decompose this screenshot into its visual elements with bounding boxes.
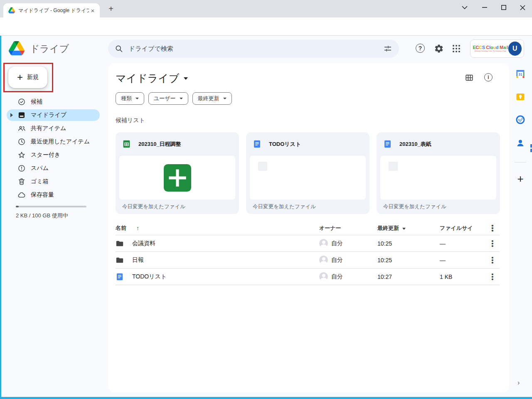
gutter-divider: [515, 162, 526, 163]
sidebar-item-storage[interactable]: 保存容量: [0, 188, 103, 202]
sidebar-item-my-drive[interactable]: マイドライブ: [7, 109, 100, 121]
sidebar-item-label: ゴミ箱: [31, 178, 49, 185]
search-input[interactable]: ドライブで検索: [108, 39, 399, 58]
column-header-owner[interactable]: オーナー: [319, 224, 341, 232]
svg-text:31: 31: [518, 72, 522, 76]
column-header-size[interactable]: ファイルサイ: [440, 225, 473, 231]
thumbnail-content-ghost: [258, 162, 267, 171]
info-icon[interactable]: i: [484, 73, 493, 82]
browser-toolbar: drive.google.com/drive/my-drive U •••: [0, 17, 532, 35]
page-title[interactable]: マイドライブ: [116, 71, 188, 85]
storage-usage-text: 2 KB / 100 GB 使用中: [16, 212, 68, 219]
calendar-icon[interactable]: 31: [515, 69, 525, 79]
expand-arrow-icon[interactable]: [10, 113, 13, 117]
row-more-icon[interactable]: •••: [491, 256, 493, 264]
drive-logo-icon[interactable]: [9, 41, 25, 55]
settings-gear-icon[interactable]: [434, 44, 444, 54]
chip-label: 種類: [121, 95, 132, 102]
owner-name: 自分: [331, 256, 343, 264]
sidebar-item-label: 共有アイテム: [31, 125, 66, 132]
main-panel: マイドライブ i 種類 ユーザー 最終更新: [108, 63, 509, 392]
alert-circle-icon: [17, 164, 26, 172]
column-header-modified[interactable]: 最終更新: [377, 225, 399, 231]
storage-progress-bar: [16, 206, 86, 207]
window-minimize-button[interactable]: [475, 0, 494, 15]
card-title: 202310_表紙: [399, 140, 431, 148]
capture-border-bottom: [0, 397, 532, 399]
thumbnail-content-ghost: [389, 162, 398, 171]
apps-grid-icon[interactable]: [451, 44, 461, 54]
drive-profile-avatar[interactable]: U: [508, 42, 522, 56]
browser-tab-bar: マイドライブ - Google ドライブ × +: [0, 0, 532, 17]
eccs-logo-subtext: Information Technology Center, The Unive…: [474, 51, 506, 52]
my-drive-icon: [17, 111, 26, 119]
filter-chip-people[interactable]: ユーザー: [148, 92, 188, 105]
annotation-red-box: [3, 63, 53, 92]
account-badge[interactable]: ECCS Cloud Mail Information Technology C…: [470, 39, 524, 58]
card-thumbnail: [119, 156, 235, 200]
sort-descending-icon: [402, 228, 406, 230]
keep-icon[interactable]: [515, 92, 525, 102]
sheets-file-icon: [122, 140, 131, 148]
tab-title: マイドライブ - Google ドライブ: [18, 7, 89, 14]
drive-favicon-icon: [8, 7, 15, 14]
sidebar-item-spam[interactable]: スパム: [0, 162, 103, 175]
file-name: 会議資料: [132, 240, 155, 247]
card-footer: 今日変更を加えたファイル: [253, 203, 316, 210]
suggestion-cards: 202310_日程調整 今日変更を加えたファイル: [116, 132, 500, 214]
file-size: —: [440, 240, 446, 247]
chevron-down-icon: [180, 98, 183, 99]
owner-avatar-icon: [319, 256, 328, 264]
owner-name: 自分: [331, 273, 343, 281]
sidebar-item-trash[interactable]: ゴミ箱: [0, 175, 103, 188]
suggestion-card[interactable]: 202310_日程調整 今日変更を加えたファイル: [116, 132, 239, 214]
file-row[interactable]: 日報 自分 10:25 — •••: [116, 252, 500, 268]
sidebar-item-suggested[interactable]: 候補: [0, 95, 103, 108]
file-row[interactable]: 会議資料 自分 10:25 — •••: [116, 235, 500, 252]
sidebar-item-label: スパム: [31, 165, 49, 172]
storage-progress-fill: [16, 206, 19, 207]
show-side-panel-icon[interactable]: ›: [517, 380, 523, 386]
column-header-name[interactable]: 名前: [116, 224, 126, 232]
chevron-down-icon: [135, 98, 139, 99]
screen: マイドライブ - Google ドライブ × + drive.google.co…: [0, 0, 532, 399]
docs-file-icon: [116, 273, 124, 281]
tasks-icon[interactable]: [515, 115, 525, 125]
sidebar-item-recent[interactable]: 最近使用したアイテム: [0, 135, 103, 148]
filter-chip-type[interactable]: 種類: [116, 92, 144, 105]
list-header-more-icon[interactable]: •••: [491, 224, 493, 232]
card-footer: 今日変更を加えたファイル: [122, 203, 185, 210]
sidebar-item-starred[interactable]: スター付き: [0, 148, 103, 162]
suggestions-label: 候補リスト: [116, 117, 145, 124]
star-icon: [17, 151, 26, 159]
grid-view-icon[interactable]: [465, 73, 474, 82]
sidebar-item-shared[interactable]: 共有アイテム: [0, 122, 103, 135]
window-maximize-button[interactable]: [494, 0, 513, 15]
contacts-icon[interactable]: [515, 138, 525, 148]
window-chevron-icon[interactable]: [455, 0, 474, 15]
tab-close-icon[interactable]: ×: [89, 7, 96, 14]
search-icon: [115, 44, 123, 53]
row-more-icon[interactable]: •••: [491, 273, 493, 281]
file-row[interactable]: TODOリスト 自分 10:27 1 KB •••: [116, 268, 500, 285]
suggestion-card[interactable]: TODOリスト 今日変更を加えたファイル: [246, 132, 369, 214]
owner-avatar-icon: [319, 239, 328, 248]
add-panel-app-icon[interactable]: +: [515, 174, 525, 184]
browser-tab[interactable]: マイドライブ - Google ドライブ ×: [3, 3, 100, 17]
owner-name: 自分: [331, 240, 343, 247]
window-close-button[interactable]: [513, 0, 532, 15]
help-icon[interactable]: ?: [416, 44, 426, 54]
capture-border-left: [0, 36, 1, 399]
drive-app: ドライブ ドライブで検索 ? ECCS Cloud Mail Informati…: [0, 36, 532, 399]
file-list-header: 名前 ↑ オーナー 最終更新 ファイルサイ •••: [116, 221, 500, 235]
row-more-icon[interactable]: •••: [491, 240, 493, 247]
new-tab-button[interactable]: +: [106, 5, 116, 14]
suggestion-card[interactable]: 202310_表紙 今日変更を加えたファイル: [377, 132, 500, 214]
sidebar-item-label: 保存容量: [31, 191, 54, 199]
filter-chip-modified[interactable]: 最終更新: [192, 92, 232, 105]
search-options-icon[interactable]: [383, 44, 392, 53]
modified-time: 10:25: [377, 257, 392, 264]
sort-ascending-icon[interactable]: ↑: [136, 225, 139, 232]
sidebar-item-label: マイドライブ: [31, 111, 66, 119]
people-icon: [17, 124, 26, 133]
